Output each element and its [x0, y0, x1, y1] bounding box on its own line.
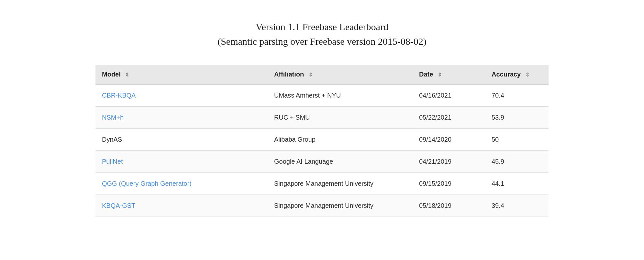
cell-model[interactable]: QGG (Query Graph Generator) [95, 173, 268, 195]
column-header-date[interactable]: Date ⇕ [413, 65, 485, 84]
leaderboard-table: Model ⇕ Affiliation ⇕ Date ⇕ Accuracy ⇕ … [95, 65, 549, 217]
page-title: Version 1.1 Freebase Leaderboard (Semant… [217, 19, 427, 49]
cell-accuracy: 50 [485, 129, 549, 151]
sort-icon-accuracy[interactable]: ⇕ [525, 72, 529, 78]
cell-model: DynAS [95, 129, 268, 151]
cell-model[interactable]: KBQA-GST [95, 195, 268, 217]
cell-affiliation: Google AI Language [268, 151, 413, 173]
table-row: DynASAlibaba Group09/14/202050 [95, 129, 549, 151]
cell-accuracy: 39.4 [485, 195, 549, 217]
cell-accuracy: 70.4 [485, 84, 549, 107]
table-row: NSM+hRUC + SMU05/22/202153.9 [95, 107, 549, 129]
cell-accuracy: 53.9 [485, 107, 549, 129]
cell-date: 09/15/2019 [413, 173, 485, 195]
column-header-model[interactable]: Model ⇕ [95, 65, 268, 84]
sort-icon-affiliation[interactable]: ⇕ [308, 72, 313, 78]
model-link[interactable]: CBR-KBQA [102, 92, 136, 99]
model-link[interactable]: NSM+h [102, 114, 124, 121]
cell-model[interactable]: CBR-KBQA [95, 84, 268, 107]
cell-model[interactable]: NSM+h [95, 107, 268, 129]
cell-model[interactable]: PullNet [95, 151, 268, 173]
cell-affiliation: Alibaba Group [268, 129, 413, 151]
table-header-row: Model ⇕ Affiliation ⇕ Date ⇕ Accuracy ⇕ [95, 65, 549, 84]
sort-icon-model[interactable]: ⇕ [125, 72, 129, 78]
cell-affiliation: Singapore Management University [268, 195, 413, 217]
table-row: PullNetGoogle AI Language04/21/201945.9 [95, 151, 549, 173]
cell-date: 05/22/2021 [413, 107, 485, 129]
sort-icon-date[interactable]: ⇕ [438, 72, 442, 78]
model-link[interactable]: PullNet [102, 158, 123, 165]
cell-date: 09/14/2020 [413, 129, 485, 151]
cell-affiliation: RUC + SMU [268, 107, 413, 129]
model-link[interactable]: KBQA-GST [102, 202, 135, 209]
cell-accuracy: 45.9 [485, 151, 549, 173]
table-row: KBQA-GSTSingapore Management University0… [95, 195, 549, 217]
table-row: CBR-KBQAUMass Amherst + NYU04/16/202170.… [95, 84, 549, 107]
column-header-accuracy[interactable]: Accuracy ⇕ [485, 65, 549, 84]
column-header-affiliation[interactable]: Affiliation ⇕ [268, 65, 413, 84]
cell-date: 05/18/2019 [413, 195, 485, 217]
cell-date: 04/16/2021 [413, 84, 485, 107]
table-row: QGG (Query Graph Generator)Singapore Man… [95, 173, 549, 195]
cell-accuracy: 44.1 [485, 173, 549, 195]
model-link[interactable]: QGG (Query Graph Generator) [102, 180, 192, 187]
cell-affiliation: Singapore Management University [268, 173, 413, 195]
cell-date: 04/21/2019 [413, 151, 485, 173]
cell-affiliation: UMass Amherst + NYU [268, 84, 413, 107]
leaderboard-table-container: Model ⇕ Affiliation ⇕ Date ⇕ Accuracy ⇕ … [95, 65, 549, 217]
